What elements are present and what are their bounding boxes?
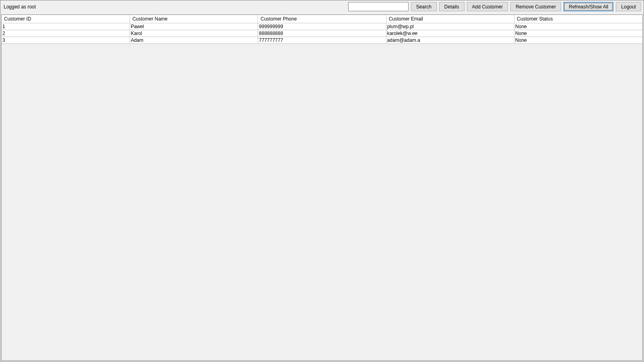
table-header-row: Customer ID Customer Name Customer Phone… [2, 15, 642, 23]
table-row[interactable]: 1Pawel999999999plum@wp.plNone [2, 23, 642, 30]
toolbar: Logged as root Search Details Add Custom… [0, 0, 644, 14]
cell-email[interactable]: adam@adam.a [386, 37, 514, 44]
cell-phone[interactable]: 777777777 [258, 37, 386, 44]
table-row[interactable]: 3Adam777777777adam@adam.aNone [2, 37, 642, 44]
cell-phone[interactable]: 999999999 [258, 23, 386, 30]
column-header-status[interactable]: Customer Status [514, 15, 642, 23]
cell-id[interactable]: 3 [2, 37, 130, 44]
remove-customer-button[interactable]: Remove Customer [510, 2, 561, 11]
cell-email[interactable]: plum@wp.pl [386, 23, 514, 30]
column-header-phone[interactable]: Customer Phone [258, 15, 386, 23]
login-status-label: Logged as root [3, 4, 36, 10]
customer-table: Customer ID Customer Name Customer Phone… [2, 15, 642, 44]
column-header-email[interactable]: Customer Email [386, 15, 514, 23]
cell-status[interactable]: None [514, 37, 642, 44]
cell-email[interactable]: karolek@w.ee [386, 30, 514, 37]
cell-status[interactable]: None [514, 23, 642, 30]
refresh-show-all-button[interactable]: Refreash/Show All [564, 2, 613, 11]
logout-button[interactable]: Logout [616, 2, 641, 11]
details-button[interactable]: Details [439, 2, 464, 11]
customer-datagrid[interactable]: Customer ID Customer Name Customer Phone… [1, 14, 643, 361]
cell-name[interactable]: Pawel [130, 23, 258, 30]
table-row[interactable]: 2Karol888888888karolek@w.eeNone [2, 30, 642, 37]
column-header-name[interactable]: Customer Name [130, 15, 258, 23]
search-button[interactable]: Search [411, 2, 437, 11]
cell-name[interactable]: Karol [130, 30, 258, 37]
add-customer-button[interactable]: Add Customer [467, 2, 508, 11]
cell-phone[interactable]: 888888888 [258, 30, 386, 37]
cell-id[interactable]: 2 [2, 30, 130, 37]
column-header-id[interactable]: Customer ID [2, 15, 130, 23]
cell-status[interactable]: None [514, 30, 642, 37]
datagrid-empty-area [2, 44, 642, 360]
cell-name[interactable]: Adam [130, 37, 258, 44]
cell-id[interactable]: 1 [2, 23, 130, 30]
table-container: Customer ID Customer Name Customer Phone… [0, 14, 644, 362]
search-input[interactable] [348, 2, 409, 11]
app-window: Logged as root Search Details Add Custom… [0, 0, 644, 362]
